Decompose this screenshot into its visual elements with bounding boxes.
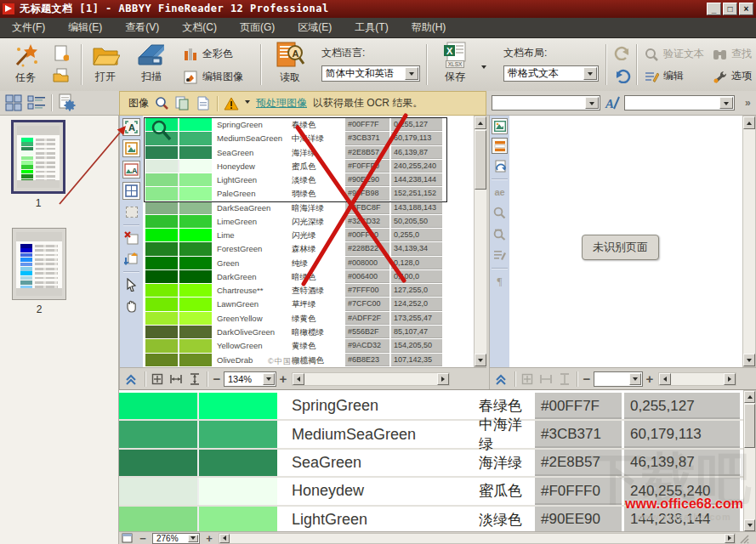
formatting-marks-tool[interactable]: ¶ xyxy=(491,272,509,290)
table-zone-tool[interactable] xyxy=(122,182,140,200)
resync-page-tool[interactable] xyxy=(491,157,509,175)
doc-layout-select[interactable]: 带格式文本 xyxy=(503,65,599,82)
menu-item-4[interactable]: 文档(C) xyxy=(182,20,217,35)
save-button[interactable]: X XLSX 保存 xyxy=(435,42,475,84)
chevron-down-icon[interactable] xyxy=(263,373,275,385)
hand-tool[interactable] xyxy=(122,297,140,314)
scroll-left-button[interactable] xyxy=(293,373,304,385)
zoom-in-button[interactable]: + xyxy=(643,371,657,386)
image-zoom-select[interactable]: 134% xyxy=(224,371,276,387)
edit-text-tool[interactable] xyxy=(491,246,509,264)
image-vertical-scrollbar[interactable] xyxy=(474,116,487,367)
page-settings-icon[interactable] xyxy=(57,94,76,112)
edit-image-button[interactable]: 编辑图像 xyxy=(184,70,243,84)
image-view-tool[interactable] xyxy=(492,118,508,134)
scroll-right-button[interactable] xyxy=(724,373,736,385)
select-tool[interactable] xyxy=(122,275,140,293)
text-vertical-scrollbar[interactable] xyxy=(742,116,756,367)
collapse-chevron-icon[interactable] xyxy=(123,372,139,386)
chevron-down-icon[interactable] xyxy=(629,373,641,385)
copy-page-icon[interactable] xyxy=(175,96,190,110)
zoom-out-button[interactable]: − xyxy=(136,532,150,544)
menu-item-3[interactable]: 查看(V) xyxy=(125,20,159,35)
scan-button[interactable]: 扫描 xyxy=(132,42,171,84)
resize-grip-icon[interactable] xyxy=(738,533,749,544)
menu-item-2[interactable]: 编辑(E) xyxy=(68,20,102,35)
verify-tool[interactable] xyxy=(491,225,509,243)
zoom-in-button[interactable]: + xyxy=(202,532,216,544)
find-error-tool[interactable] xyxy=(491,204,509,222)
spellcheck-tool[interactable]: ae xyxy=(491,183,509,201)
doc-language-select[interactable]: 简体中文和英语 xyxy=(321,65,420,82)
detail-view-icon[interactable] xyxy=(27,94,46,111)
fit-page-button[interactable] xyxy=(518,371,537,388)
scroll-up-button[interactable] xyxy=(743,116,755,129)
task-button[interactable]: 任务 xyxy=(7,42,44,85)
preprocess-link[interactable]: 预处理图像 xyxy=(256,96,307,110)
read-button[interactable]: A 读取 xyxy=(269,42,311,85)
chevron-down-icon[interactable] xyxy=(583,67,597,80)
text-horizontal-scrollbar[interactable] xyxy=(658,372,736,386)
chevron-down-icon[interactable] xyxy=(719,97,733,109)
image-horizontal-scrollbar[interactable] xyxy=(292,372,450,386)
scroll-up-button[interactable] xyxy=(744,391,755,403)
print-page-icon[interactable] xyxy=(196,96,211,110)
zoom-out-button[interactable]: − xyxy=(580,371,594,386)
fit-page-button[interactable] xyxy=(148,371,167,388)
fullcolor-button[interactable]: 全彩色 xyxy=(184,47,233,61)
menu-item-5[interactable]: 页面(G) xyxy=(240,20,275,35)
thumbnail-view-icon[interactable] xyxy=(5,94,22,111)
zoom-horizontal-scrollbar[interactable] xyxy=(219,533,736,544)
zoom-page-icon[interactable] xyxy=(155,96,169,110)
minimize-button[interactable]: _ xyxy=(707,3,721,15)
fit-width-button[interactable] xyxy=(167,371,185,388)
open-page-button[interactable] xyxy=(51,65,71,86)
marquee-zone-tool[interactable] xyxy=(122,203,140,221)
menu-item-1[interactable]: 文件(F) xyxy=(12,20,45,35)
fit-height-button[interactable] xyxy=(555,371,574,388)
close-button[interactable]: × xyxy=(739,3,753,15)
scroll-right-button[interactable] xyxy=(437,373,449,385)
text-zone-tool[interactable]: A xyxy=(122,118,140,136)
menu-item-6[interactable]: 区域(E) xyxy=(298,20,332,35)
delete-zone-tool[interactable] xyxy=(122,229,140,246)
font-size-select[interactable] xyxy=(624,95,735,110)
chevron-down-icon[interactable] xyxy=(585,97,599,109)
scroll-left-button[interactable] xyxy=(659,373,671,385)
warning-dropdown-arrow[interactable] xyxy=(245,100,250,106)
toolbar-overflow-chevron[interactable]: » xyxy=(745,97,751,109)
verify-text-button[interactable]: 验证文本 xyxy=(645,47,704,61)
menu-item-8[interactable]: 帮助(H) xyxy=(412,20,446,35)
zoom-pane-zoom-select[interactable]: 276% xyxy=(152,533,200,544)
chevron-down-icon[interactable] xyxy=(188,535,198,542)
scrollbar-thumb[interactable] xyxy=(475,130,486,190)
save-dropdown-arrow[interactable] xyxy=(481,65,486,71)
reorder-zones-tool[interactable] xyxy=(122,250,140,268)
page-thumbnail-2[interactable] xyxy=(12,228,66,300)
undo-button[interactable] xyxy=(612,65,633,86)
scroll-left-button[interactable] xyxy=(219,534,230,543)
text-zoom-select[interactable] xyxy=(594,371,643,387)
open-button[interactable]: 打开 xyxy=(87,42,124,84)
collapse-chevron-icon[interactable] xyxy=(493,372,509,386)
fit-height-button[interactable] xyxy=(185,371,204,388)
zoom-window-icon[interactable] xyxy=(122,533,134,543)
scroll-down-button[interactable] xyxy=(744,519,755,531)
page-thumbnail-1[interactable] xyxy=(11,120,65,194)
image-zone-tool[interactable] xyxy=(122,139,140,157)
scroll-up-button[interactable] xyxy=(475,116,486,129)
font-family-select[interactable] xyxy=(492,95,600,110)
find-button[interactable]: 查找 xyxy=(713,47,752,61)
chevron-down-icon[interactable] xyxy=(405,67,418,80)
scroll-down-button[interactable] xyxy=(743,354,755,366)
text-view-tool[interactable] xyxy=(492,138,508,154)
new-page-button[interactable] xyxy=(51,43,71,64)
maximize-button[interactable]: □ xyxy=(723,3,737,15)
zoom-out-button[interactable]: − xyxy=(210,371,224,386)
redo-button[interactable] xyxy=(612,42,633,63)
fit-width-button[interactable] xyxy=(537,371,555,388)
scroll-down-button[interactable] xyxy=(475,354,486,366)
scroll-right-button[interactable] xyxy=(725,534,735,543)
edit-button[interactable]: 编辑 xyxy=(645,69,684,83)
zoom-in-button[interactable]: + xyxy=(276,371,290,386)
